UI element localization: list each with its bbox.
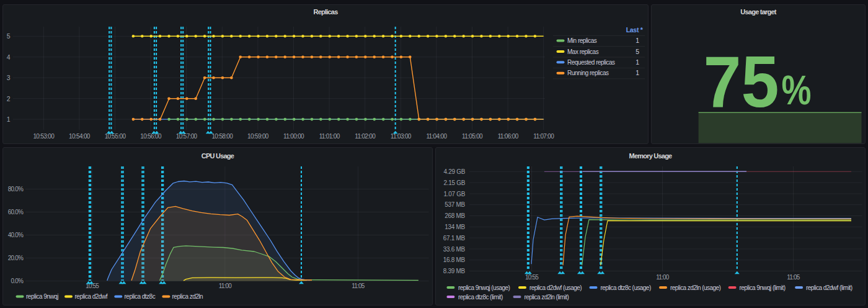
- svg-text:replica dtz8c (usage): replica dtz8c (usage): [600, 284, 650, 291]
- svg-text:Memory Usage: Memory Usage: [629, 152, 673, 160]
- svg-text:11:06:00: 11:06:00: [498, 133, 519, 140]
- svg-text:replica dtz8c (limit): replica dtz8c (limit): [458, 294, 503, 301]
- svg-text:10:53:00: 10:53:00: [33, 133, 55, 140]
- svg-text:replica 9nwqj (limit): replica 9nwqj (limit): [740, 284, 786, 291]
- svg-text:replica dtz8c: replica dtz8c: [125, 293, 156, 300]
- svg-text:11:05:00: 11:05:00: [462, 133, 483, 140]
- svg-text:10:58:00: 10:58:00: [211, 133, 233, 140]
- svg-text:4: 4: [7, 53, 11, 61]
- svg-text:11:01:00: 11:01:00: [319, 133, 340, 140]
- svg-text:Usage target: Usage target: [740, 8, 776, 16]
- svg-text:4.29 GB: 4.29 GB: [443, 168, 465, 175]
- svg-text:0.0%: 0.0%: [11, 278, 24, 284]
- svg-text:11:00:00: 11:00:00: [283, 133, 304, 140]
- svg-text:20.0%: 20.0%: [8, 255, 24, 261]
- svg-text:1.07 GB: 1.07 GB: [443, 191, 465, 197]
- svg-text:Replicas: Replicas: [313, 8, 338, 16]
- svg-text:11:05: 11:05: [787, 274, 800, 281]
- svg-text:10:54:00: 10:54:00: [69, 133, 91, 140]
- svg-text:10:59:00: 10:59:00: [247, 133, 269, 140]
- svg-text:1: 1: [636, 58, 639, 66]
- svg-text:Last *: Last *: [626, 26, 644, 34]
- svg-text:1: 1: [636, 37, 639, 44]
- svg-text:60.0%: 60.0%: [8, 209, 24, 215]
- svg-text:replica zd2ln (usage): replica zd2ln (usage): [670, 284, 720, 291]
- svg-text:11:02:00: 11:02:00: [355, 133, 376, 140]
- svg-text:3: 3: [7, 74, 11, 81]
- svg-text:CPU Usage: CPU Usage: [202, 152, 234, 160]
- svg-text:2: 2: [7, 95, 11, 102]
- svg-text:8.39 MB: 8.39 MB: [443, 268, 466, 274]
- svg-text:40.0%: 40.0%: [8, 232, 24, 238]
- svg-text:%: %: [782, 67, 812, 113]
- svg-text:67.1 MB: 67.1 MB: [443, 235, 466, 242]
- svg-text:10:55: 10:55: [525, 274, 539, 281]
- svg-text:Running replicas: Running replicas: [567, 70, 609, 76]
- svg-text:Min replicas: Min replicas: [567, 37, 597, 44]
- svg-text:1: 1: [7, 116, 11, 123]
- svg-text:2.15 GB: 2.15 GB: [443, 179, 465, 186]
- svg-text:replica d2dwf: replica d2dwf: [75, 293, 108, 300]
- svg-text:5: 5: [7, 32, 11, 40]
- svg-text:80.0%: 80.0%: [8, 186, 24, 192]
- svg-text:134 MB: 134 MB: [445, 224, 465, 230]
- svg-text:11:05: 11:05: [352, 283, 365, 289]
- svg-text:replica d2dwf (usage): replica d2dwf (usage): [529, 284, 582, 291]
- svg-text:Requested replicas: Requested replicas: [567, 59, 615, 66]
- svg-text:75: 75: [704, 41, 779, 122]
- svg-text:11:00: 11:00: [219, 283, 232, 289]
- svg-text:replica zd2ln: replica zd2ln: [172, 293, 203, 300]
- svg-text:33.6 MB: 33.6 MB: [443, 246, 466, 253]
- svg-text:11:00: 11:00: [656, 274, 670, 281]
- svg-text:Max replicas: Max replicas: [567, 48, 599, 55]
- svg-text:268 MB: 268 MB: [445, 212, 465, 219]
- svg-text:1: 1: [636, 69, 639, 76]
- svg-text:replica 9nwqj (usage): replica 9nwqj (usage): [458, 284, 510, 291]
- svg-text:16.8 MB: 16.8 MB: [443, 256, 466, 263]
- svg-text:11:07:00: 11:07:00: [533, 133, 554, 140]
- svg-text:11:04:00: 11:04:00: [426, 133, 447, 140]
- svg-text:replica 9nwqj: replica 9nwqj: [26, 293, 58, 300]
- svg-text:replica d2dwf (limit): replica d2dwf (limit): [806, 284, 852, 291]
- svg-text:537 MB: 537 MB: [445, 201, 465, 208]
- svg-text:replica zd2ln (limit): replica zd2ln (limit): [524, 294, 569, 301]
- svg-text:5: 5: [636, 48, 639, 55]
